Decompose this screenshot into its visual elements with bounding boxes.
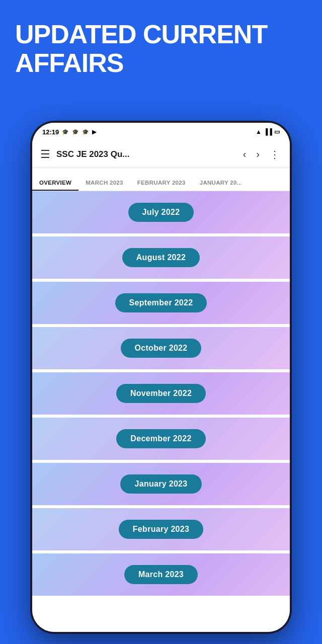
back-nav-icon[interactable]: ‹ <box>241 146 249 162</box>
graduation-icon2: 🎓 <box>72 129 79 135</box>
header-line2: AFFAIRS <box>15 49 267 77</box>
status-right: ▲ ▐▐ ▭ <box>256 128 280 135</box>
month-badge: October 2022 <box>121 339 202 358</box>
tab-jan2023[interactable]: JANUARY 20... <box>193 180 249 191</box>
header-line1: UPDATED CURRENT <box>15 20 267 49</box>
month-badge: July 2022 <box>128 203 194 222</box>
month-list-item[interactable]: February 2023 <box>32 508 290 553</box>
menu-icon[interactable]: ☰ <box>40 148 50 161</box>
month-list-item[interactable]: March 2023 <box>32 553 290 599</box>
more-options-icon[interactable]: ⋮ <box>268 146 282 163</box>
phone-screen: 12:19 🎓 🎓 🎓 ▶ ▲ ▐▐ ▭ ☰ SSC JE 2023 Qu...… <box>32 123 290 632</box>
tab-march2023[interactable]: MARCH 2023 <box>78 180 130 191</box>
status-left: 12:19 🎓 🎓 🎓 ▶ <box>42 128 96 136</box>
graduation-icon1: 🎓 <box>62 129 69 135</box>
app-bar: ☰ SSC JE 2023 Qu... ‹ › ⋮ <box>32 141 290 168</box>
month-badge: September 2022 <box>115 293 207 312</box>
month-badge: March 2023 <box>124 565 198 584</box>
tab-overview[interactable]: OVERVIEW <box>32 180 78 191</box>
status-time: 12:19 <box>42 128 59 136</box>
forward-nav-icon[interactable]: › <box>254 146 262 162</box>
month-badge: February 2023 <box>119 520 203 539</box>
month-badge: January 2023 <box>120 474 201 494</box>
signal-icon: ▐▐ <box>264 128 272 135</box>
wifi-icon: ▲ <box>256 128 262 135</box>
page-header: UPDATED CURRENT AFFAIRS <box>15 20 267 77</box>
status-bar: 12:19 🎓 🎓 🎓 ▶ ▲ ▐▐ ▭ <box>32 123 290 141</box>
month-list-item[interactable]: November 2022 <box>32 372 290 418</box>
month-list-item[interactable]: August 2022 <box>32 236 290 282</box>
month-badge: November 2022 <box>116 384 206 403</box>
graduation-icon3: 🎓 <box>82 129 89 135</box>
month-badge: August 2022 <box>122 248 200 267</box>
month-list-item[interactable]: December 2022 <box>32 418 290 463</box>
tabs-bar: OVERVIEW MARCH 2023 FEBRUARY 2023 JANUAR… <box>32 168 290 191</box>
play-icon: ▶ <box>92 129 96 135</box>
app-bar-title: SSC JE 2023 Qu... <box>56 149 235 159</box>
tab-feb2023[interactable]: FEBRUARY 2023 <box>130 180 193 191</box>
month-list-item[interactable]: September 2022 <box>32 282 290 327</box>
month-badge: December 2022 <box>116 429 205 448</box>
content-area[interactable]: July 2022August 2022September 2022Octobe… <box>32 191 290 632</box>
battery-icon: ▭ <box>274 128 280 135</box>
month-list-item[interactable]: January 2023 <box>32 463 290 508</box>
month-list-item[interactable]: October 2022 <box>32 327 290 372</box>
month-list-item[interactable]: July 2022 <box>32 191 290 236</box>
phone-frame: 12:19 🎓 🎓 🎓 ▶ ▲ ▐▐ ▭ ☰ SSC JE 2023 Qu...… <box>30 121 292 634</box>
